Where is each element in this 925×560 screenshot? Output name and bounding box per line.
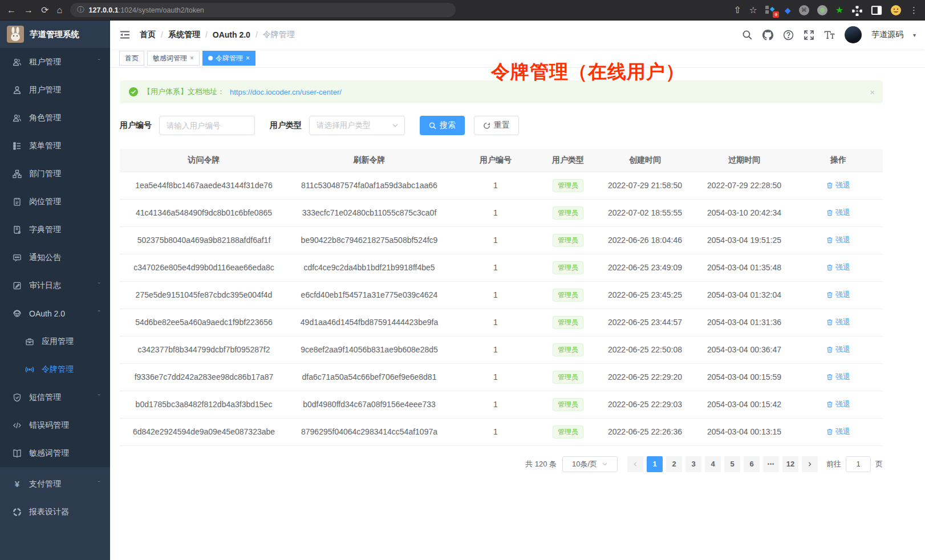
user-id-cell: 1: [451, 172, 541, 199]
page-button-3[interactable]: 3: [685, 456, 701, 472]
sidebar-item-pay[interactable]: ¥支付管理ˇ: [0, 470, 110, 498]
user-name[interactable]: 芋道源码: [871, 30, 903, 40]
user-type-cell: 管理员: [541, 254, 595, 281]
book-icon: [13, 225, 22, 234]
github-icon[interactable]: [762, 30, 773, 40]
sidebar-item-tenant[interactable]: 租户管理ˇ: [0, 48, 110, 76]
sidebar-item-sensitive-word[interactable]: 敏感词管理: [0, 439, 110, 467]
search-button[interactable]: 搜索: [420, 116, 465, 135]
sidebar-item-dict[interactable]: 字典管理: [0, 216, 110, 244]
reload-icon[interactable]: ⟳: [41, 6, 48, 15]
forward-icon[interactable]: →: [24, 6, 33, 15]
puzzle-extensions-icon[interactable]: [851, 5, 863, 16]
sidebar-item-role[interactable]: 角色管理: [0, 104, 110, 132]
sidebar-item-user[interactable]: 用户管理: [0, 76, 110, 104]
sidebar-item-oauth2[interactable]: OAuth 2.0ˆ: [0, 299, 110, 327]
force-logout-button[interactable]: 强退: [826, 427, 850, 437]
access-token-cell: 54d6be82ee5a460a9aedc1f9bf223656: [120, 309, 288, 336]
user-type-cell: 管理员: [541, 281, 595, 309]
action-cell: 强退: [794, 226, 883, 254]
search-icon[interactable]: [742, 30, 753, 40]
force-logout-button[interactable]: 强退: [826, 317, 850, 327]
force-logout-button[interactable]: 强退: [826, 399, 850, 409]
page-button-5[interactable]: 5: [724, 456, 740, 472]
table-row: 275e5de9151045fe87cbdc395e004f4de6cfd40e…: [120, 281, 883, 309]
created-time-cell: 2022-07-29 21:58:50: [595, 172, 695, 199]
help-icon[interactable]: [783, 30, 794, 40]
user-type-badge: 管理员: [553, 179, 583, 192]
tab-token[interactable]: 令牌管理×: [202, 51, 255, 66]
close-icon[interactable]: ×: [246, 54, 250, 62]
extension-badge: 9: [773, 11, 778, 18]
gem-extension-icon[interactable]: ◆: [785, 6, 791, 14]
access-token-cell: 1ea5e44f8bc1467aaede43144f31de76: [120, 172, 288, 199]
sidebar-item-report-designer[interactable]: 报表设计器: [0, 498, 110, 526]
success-check-icon: [129, 87, 138, 96]
record-extension-icon[interactable]: [817, 5, 827, 15]
star-extension-icon[interactable]: ★: [835, 6, 843, 15]
tab-home[interactable]: 首页: [119, 51, 144, 66]
logo-bar[interactable]: 芋道管理系统: [0, 21, 110, 48]
force-logout-button[interactable]: 强退: [826, 208, 850, 218]
breadcrumb-item[interactable]: 系统管理: [168, 30, 200, 40]
next-page-button[interactable]: [802, 456, 818, 472]
search-icon: [429, 122, 436, 129]
share-icon[interactable]: ⇧: [733, 6, 741, 15]
sidebar-item-sms[interactable]: 短信管理ˇ: [0, 383, 110, 411]
user-id-cell: 1: [451, 199, 541, 226]
tab-sensitive-word[interactable]: 敏感词管理×: [147, 51, 200, 66]
fullscreen-icon[interactable]: [804, 30, 814, 40]
user-avatar[interactable]: [845, 26, 862, 43]
page-button-6[interactable]: 6: [744, 456, 760, 472]
browser-menu-kebab-icon[interactable]: ⋮: [910, 5, 918, 15]
alert-close-icon[interactable]: ×: [870, 87, 875, 97]
user-id-cell: 1: [451, 226, 541, 254]
action-cell: 强退: [794, 281, 883, 309]
font-size-icon[interactable]: [824, 30, 835, 40]
page-size-select[interactable]: 10条/页: [562, 456, 618, 472]
reset-button[interactable]: 重置: [474, 116, 519, 135]
user-id-input[interactable]: [159, 116, 255, 135]
force-logout-button[interactable]: 强退: [826, 262, 850, 273]
bookmark-star-icon[interactable]: ☆: [749, 6, 757, 15]
home-icon[interactable]: ⌂: [56, 6, 62, 15]
page-button-2[interactable]: 2: [666, 456, 682, 472]
force-logout-button[interactable]: 强退: [826, 180, 850, 190]
user-type-select[interactable]: 请选择用户类型: [309, 116, 405, 135]
force-logout-button[interactable]: 强退: [826, 290, 850, 300]
url-bar[interactable]: ⓘ 127.0.0.1:1024/system/oauth2/token: [70, 3, 456, 17]
sidebar-item-oauth2-token[interactable]: 令牌管理: [0, 355, 110, 383]
sidebar-item-audit-log[interactable]: 审计日志ˇ: [0, 271, 110, 299]
extensions-cluster-icon[interactable]: ◆ 9: [765, 5, 777, 15]
prev-page-button[interactable]: [627, 456, 643, 472]
page-button-4[interactable]: 4: [705, 456, 721, 472]
sidebar-item-error-code[interactable]: 错误码管理: [0, 411, 110, 439]
sidebar-item-oauth2-app[interactable]: 应用管理: [0, 327, 110, 355]
close-icon[interactable]: ×: [190, 54, 194, 62]
collapse-sidebar-icon[interactable]: [119, 29, 131, 40]
alert-doc-link[interactable]: https://doc.iocoder.cn/user-center/: [230, 88, 342, 96]
sidebar-item-menu[interactable]: 菜单管理: [0, 132, 110, 160]
breadcrumb-item[interactable]: 首页: [140, 30, 156, 40]
action-cell: 强退: [794, 363, 883, 391]
goto-page-input[interactable]: [846, 456, 871, 472]
breadcrumb-item[interactable]: OAuth 2.0: [213, 30, 250, 39]
cmd-extension-icon[interactable]: ⌘: [799, 5, 809, 15]
force-logout-button[interactable]: 强退: [826, 235, 850, 245]
side-panel-icon[interactable]: [871, 5, 882, 16]
sidebar-item-notice[interactable]: 通知公告: [0, 244, 110, 271]
user-id-cell: 1: [451, 391, 541, 418]
sidebar-item-dept[interactable]: 部门管理: [0, 160, 110, 188]
page-button-1[interactable]: 1: [647, 456, 663, 472]
breadcrumb-separator: /: [255, 30, 258, 39]
page-ellipsis[interactable]: •••: [763, 456, 779, 472]
user-menu-caret-icon[interactable]: ▾: [913, 32, 916, 38]
profile-avatar-icon[interactable]: [890, 5, 902, 16]
back-icon[interactable]: ←: [7, 6, 16, 15]
force-logout-button[interactable]: 强退: [826, 344, 850, 355]
force-logout-button[interactable]: 强退: [826, 372, 850, 382]
sidebar-item-post[interactable]: 岗位管理: [0, 188, 110, 216]
table-row: c347026e805e4d99b0d116eae66eda8ccdfc4ce9…: [120, 254, 883, 281]
page-button-12[interactable]: 12: [782, 456, 798, 472]
info-icon[interactable]: ⓘ: [77, 5, 84, 15]
